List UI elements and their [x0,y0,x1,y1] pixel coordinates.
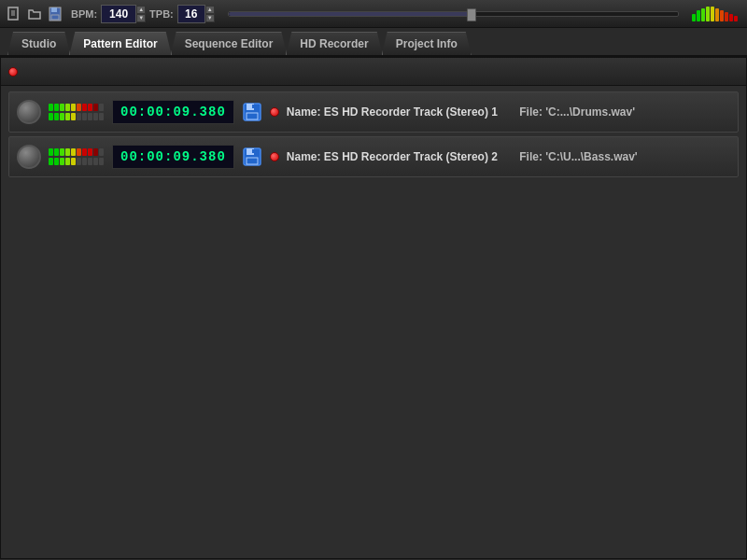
open-icon[interactable] [26,6,43,22]
tpb-label: TPB: [149,8,174,20]
master-slider-container [218,11,688,17]
tpb-up[interactable]: ▲ [205,6,215,14]
table-row: 00:00:09.380 Name: ES HD Recorder Track … [8,136,739,177]
track-2-name: Name: ES HD Recorder Track (Stereo) 2 [287,150,498,163]
tabs-row: Studio Pattern Editor Sequence Editor HD… [0,28,747,57]
main-toolbar: BPM: 140 ▲ ▼ TPB: 16 ▲ ▼ [0,0,747,28]
track-1-name: Name: ES HD Recorder Track (Stereo) 1 [287,105,498,119]
main-content: 00:00:09.380 Name: ES HD Recorder Track … [0,57,747,559]
track-1-levels [49,104,105,120]
track-1-save-button[interactable] [242,102,262,122]
bpm-label: BPM: [71,8,97,20]
new-icon[interactable] [6,6,22,22]
track-1-timecode: 00:00:09.380 [112,100,234,124]
svg-rect-14 [252,149,255,153]
tpb-down[interactable]: ▼ [205,14,215,22]
track-1-record-button[interactable] [270,107,279,117]
tab-project-info[interactable]: Project Info [382,32,472,55]
track-2-sphere[interactable] [17,145,41,169]
track-2-file: File: 'C:\U...\Bass.wav' [519,150,637,163]
track-1-sphere[interactable] [17,100,41,124]
track-2-levels [49,148,105,165]
table-row: 00:00:09.380 Name: ES HD Recorder Track … [8,91,739,133]
save-icon[interactable] [47,6,63,22]
tab-sequence-editor[interactable]: Sequence Editor [171,32,288,55]
track-1-file: File: 'C:...\Drums.wav' [519,105,635,119]
tab-pattern-editor[interactable]: Pattern Editor [69,32,171,55]
track-1-info: Name: ES HD Recorder Track (Stereo) 1 Fi… [287,105,730,119]
bpm-group: BPM: 140 ▲ ▼ TPB: 16 ▲ ▼ [71,5,215,23]
track-2-timecode: 00:00:09.380 [112,145,234,169]
svg-rect-10 [252,105,255,108]
tracks-area: 00:00:09.380 Name: ES HD Recorder Track … [1,86,746,183]
master-slider[interactable] [228,11,679,17]
track-2-info: Name: ES HD Recorder Track (Stereo) 2 Fi… [287,150,730,163]
track-2-record-button[interactable] [270,152,279,161]
bpm-down[interactable]: ▼ [136,14,146,22]
tab-studio[interactable]: Studio [7,32,70,55]
master-level-meter [692,7,738,21]
tpb-spinner[interactable]: ▲ ▼ [205,6,215,22]
tpb-value[interactable]: 16 [177,5,205,23]
record-indicator[interactable] [8,67,18,77]
track-2-save-button[interactable] [242,147,262,167]
tab-hd-recorder[interactable]: HD Recorder [286,32,382,55]
bpm-spinner[interactable]: ▲ ▼ [136,6,146,22]
bpm-value[interactable]: 140 [101,5,136,23]
svg-rect-5 [51,7,57,12]
bpm-up[interactable]: ▲ [136,6,146,14]
content-header [1,58,746,86]
